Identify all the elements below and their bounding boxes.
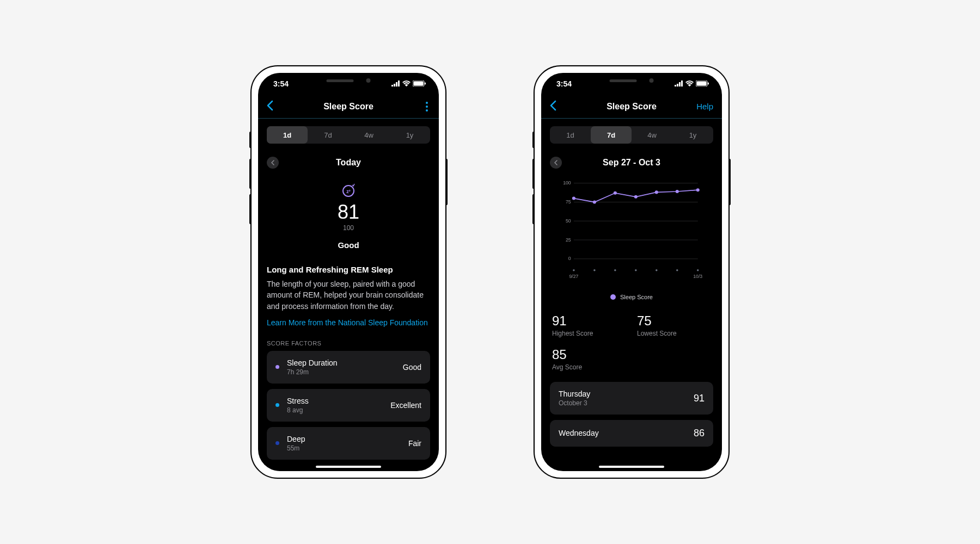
svg-point-32: [696, 188, 700, 191]
screen: 3:54 Sleep Score 1d: [258, 73, 439, 471]
segment-7d[interactable]: 7d: [591, 126, 632, 144]
factor-dot-icon: [275, 365, 279, 369]
stat-label: Highest Score: [552, 330, 626, 337]
insight-link[interactable]: Learn More from the National Sleep Found…: [267, 318, 430, 327]
prev-period-button[interactable]: [267, 157, 279, 169]
day-row[interactable]: Wednesday 86: [550, 420, 713, 447]
back-button[interactable]: [550, 99, 556, 114]
side-button: [249, 194, 252, 224]
segment-label: 7d: [324, 131, 332, 139]
factor-stress[interactable]: Stress 8 avg Excellent: [267, 389, 430, 422]
period-title: Sep 27 - Oct 3: [603, 158, 660, 168]
side-button: [728, 159, 731, 205]
day-score: 91: [694, 393, 705, 404]
svg-point-39: [697, 269, 699, 271]
segment-label: 7d: [607, 131, 615, 139]
factor-sleep-duration[interactable]: Sleep Duration 7h 29m Good: [267, 351, 430, 384]
stat-value: 85: [552, 347, 626, 362]
sleep-score-chart[interactable]: 02550751009/2710/3: [550, 178, 713, 289]
stats-grid: 91 Highest Score 75 Lowest Score 85 Avg …: [550, 313, 713, 371]
stat-highest: 91 Highest Score: [552, 313, 626, 337]
score-label: Good: [267, 240, 430, 250]
camera-icon: [650, 78, 654, 83]
prev-period-button[interactable]: [550, 157, 562, 169]
svg-point-31: [676, 190, 679, 193]
svg-point-33: [573, 269, 574, 271]
camera-icon: [366, 78, 371, 83]
help-button[interactable]: Help: [696, 102, 713, 111]
status-indicators: [391, 79, 426, 88]
side-button: [445, 159, 448, 205]
svg-point-38: [676, 269, 678, 271]
chart-legend: Sleep Score: [550, 294, 713, 300]
side-button: [532, 159, 535, 189]
svg-rect-2: [396, 82, 397, 86]
day-list: Thursday October 3 91 Wednesday 86: [550, 382, 713, 447]
day-date: October 3: [559, 399, 590, 407]
legend-label: Sleep Score: [620, 294, 653, 300]
stat-avg: 85 Avg Score: [552, 347, 626, 371]
segment-1d[interactable]: 1d: [550, 126, 591, 144]
stat-lowest: 75 Lowest Score: [637, 313, 711, 337]
svg-rect-9: [675, 85, 676, 86]
factor-info: Sleep Duration 7h 29m: [287, 358, 395, 376]
svg-text:10/3: 10/3: [693, 274, 702, 279]
factor-rating: Good: [403, 363, 421, 372]
svg-point-28: [614, 191, 617, 195]
segment-label: 1d: [283, 131, 291, 139]
speaker-icon: [610, 79, 637, 82]
svg-rect-11: [679, 82, 681, 86]
sleep-icon: z²: [340, 182, 357, 198]
segment-1d[interactable]: 1d: [267, 126, 308, 144]
svg-text:z²: z²: [346, 189, 351, 194]
time-range-segment: 1d 7d 4w 1y: [267, 126, 430, 144]
battery-icon: [413, 79, 426, 88]
factor-rating: Fair: [408, 439, 421, 448]
segment-label: 1y: [406, 131, 414, 139]
factor-dot-icon: [275, 403, 279, 407]
stat-label: Lowest Score: [637, 330, 711, 337]
status-indicators: [675, 79, 709, 88]
status-time: 3:54: [273, 79, 289, 88]
content: 1d 7d 4w 1y Sep 27 - Oct 3 02550751009/2…: [541, 119, 722, 471]
factor-deep[interactable]: Deep 55m Fair: [267, 427, 430, 460]
notch: [304, 73, 394, 88]
chart-svg: 02550751009/2710/3: [550, 178, 713, 287]
segment-label: 1y: [689, 131, 697, 139]
svg-text:9/27: 9/27: [569, 274, 578, 279]
day-info: Thursday October 3: [559, 390, 590, 407]
content: 1d 7d 4w 1y Today z² 81 100 Good Long: [258, 119, 439, 471]
phone-right: 3:54 Sleep Score Help 1d: [534, 65, 730, 479]
score-block: z² 81 100 Good: [267, 182, 430, 250]
segment-7d[interactable]: 7d: [308, 126, 348, 144]
segment-4w[interactable]: 4w: [348, 126, 389, 144]
svg-rect-14: [697, 82, 707, 86]
period-title: Today: [336, 158, 361, 168]
svg-point-29: [634, 195, 638, 199]
segment-1y[interactable]: 1y: [389, 126, 430, 144]
segment-label: 4w: [647, 131, 657, 139]
day-score: 86: [694, 428, 705, 439]
home-indicator[interactable]: [599, 466, 664, 468]
svg-point-37: [656, 269, 657, 271]
insight-text: The length of your sleep, paired with a …: [267, 279, 430, 312]
page-title: Sleep Score: [323, 102, 373, 112]
svg-rect-5: [414, 82, 424, 86]
day-row[interactable]: Thursday October 3 91: [550, 382, 713, 415]
factor-name: Sleep Duration: [287, 358, 395, 367]
score-value: 81: [267, 202, 430, 222]
segment-1y[interactable]: 1y: [672, 126, 713, 144]
factor-name: Deep: [287, 435, 401, 443]
wifi-icon: [402, 79, 411, 88]
segment-4w[interactable]: 4w: [632, 126, 672, 144]
back-button[interactable]: [267, 99, 273, 114]
stat-label: Avg Score: [552, 363, 626, 371]
home-indicator[interactable]: [316, 466, 381, 468]
more-menu-button[interactable]: [424, 100, 430, 114]
notch: [587, 73, 677, 88]
factor-sub: 8 avg: [287, 406, 383, 414]
svg-text:50: 50: [566, 218, 571, 224]
segment-label: 1d: [566, 131, 574, 139]
stat-value: 91: [552, 313, 626, 329]
svg-point-35: [614, 269, 616, 271]
